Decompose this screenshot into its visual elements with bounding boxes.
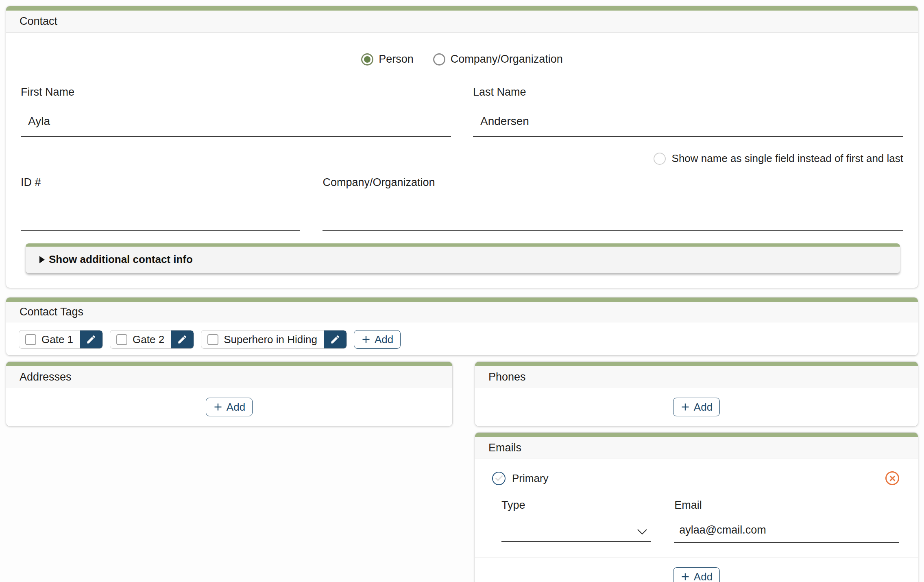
expand-right-triangle-icon (39, 256, 45, 263)
additional-info-toggle[interactable]: Show additional contact info (26, 247, 900, 273)
emails-title: Emails (488, 442, 521, 454)
pencil-icon (330, 334, 340, 345)
email-type-label: Type (501, 499, 651, 512)
plus-icon (680, 402, 690, 412)
lower-columns: Addresses Add Phones Add (6, 361, 918, 582)
last-name-input[interactable]: Andersen (473, 108, 903, 137)
add-address-button[interactable]: Add (206, 398, 253, 416)
pencil-icon (177, 334, 187, 345)
add-phone-label: Add (694, 401, 713, 414)
single-name-toggle-row: Show name as single field instead of fir… (21, 152, 903, 165)
id-number-label: ID # (21, 176, 300, 189)
email-primary-row: Primary (492, 471, 899, 485)
plus-icon (361, 335, 371, 344)
radio-person-label: Person (379, 53, 414, 66)
tag-gate-2: Gate 2 (110, 330, 194, 349)
contact-tags-card: Contact Tags Gate 1 Gate 2 Superhero in … (6, 297, 918, 356)
contact-card-title: Contact (20, 15, 57, 28)
tag-gate-2-label: Gate 2 (133, 333, 171, 346)
contact-tags-title: Contact Tags (20, 306, 83, 318)
id-number-input[interactable] (21, 199, 300, 231)
add-email-button[interactable]: Add (673, 567, 720, 582)
additional-info-section: Show additional contact info (26, 243, 900, 273)
radio-company-label: Company/Organization (451, 53, 563, 66)
card-accent-bar (475, 433, 918, 437)
email-address-label: Email (674, 499, 899, 512)
circled-x-icon (889, 475, 896, 481)
email-primary-label: Primary (512, 472, 549, 485)
addresses-title: Addresses (20, 371, 72, 383)
contact-card: Contact Person Company/Organization Firs… (6, 6, 918, 288)
company-input[interactable] (323, 199, 903, 231)
company-group: Company/Organization (323, 176, 903, 231)
addresses-body: Add (6, 388, 452, 426)
phones-body: Add (475, 388, 918, 426)
emails-add-row: Add (475, 558, 918, 582)
tag-superhero-checkbox[interactable] (207, 334, 218, 345)
phones-card: Phones Add (475, 361, 918, 427)
right-column: Phones Add Emails (475, 361, 918, 582)
radio-person-icon[interactable] (361, 53, 373, 66)
contact-card-body: Person Company/Organization First Name A… (6, 33, 918, 288)
company-label: Company/Organization (323, 176, 903, 189)
email-type-group: Type (501, 499, 651, 543)
subcard-accent-bar (26, 243, 900, 247)
plus-icon (680, 572, 690, 582)
plus-icon (213, 402, 223, 412)
phones-header: Phones (475, 366, 918, 388)
card-accent-bar (6, 362, 452, 366)
tag-gate-2-checkbox[interactable] (116, 334, 127, 345)
tag-gate-2-edit-button[interactable] (171, 330, 194, 348)
email-address-group: Email aylaa@cmail.com (674, 499, 899, 543)
tags-row: Gate 1 Gate 2 Superhero in Hiding (6, 322, 918, 355)
add-tag-label: Add (375, 333, 393, 346)
add-phone-button[interactable]: Add (673, 398, 720, 416)
phones-title: Phones (488, 371, 526, 383)
add-address-label: Add (227, 401, 245, 414)
email-fields-row: Type Email aylaa@cmail.com (492, 499, 899, 543)
first-name-label: First Name (21, 86, 451, 98)
single-name-toggle[interactable] (654, 153, 666, 165)
contact-card-header: Contact (6, 11, 918, 33)
addresses-card: Addresses Add (6, 361, 453, 427)
tag-gate-1: Gate 1 (19, 330, 103, 349)
chevron-down-icon (637, 529, 647, 535)
radio-company-icon[interactable] (433, 53, 445, 66)
email-type-select[interactable] (501, 519, 651, 542)
email-primary-toggle[interactable] (492, 472, 506, 485)
contact-tags-header: Contact Tags (6, 302, 918, 322)
emails-header: Emails (475, 437, 918, 459)
email-entry: Primary Type (475, 459, 918, 558)
tag-superhero-label: Superhero in Hiding (224, 333, 324, 346)
name-fields-row: First Name Ayla Last Name Andersen (21, 86, 903, 137)
tag-gate-1-edit-button[interactable] (80, 330, 102, 348)
addresses-header: Addresses (6, 366, 452, 388)
additional-info-label: Show additional contact info (49, 253, 193, 266)
first-name-group: First Name Ayla (21, 86, 451, 137)
single-name-toggle-label: Show name as single field instead of fir… (672, 152, 903, 165)
pencil-icon (86, 334, 96, 345)
last-name-label: Last Name (473, 86, 903, 98)
radio-person[interactable]: Person (361, 53, 414, 66)
add-tag-button[interactable]: Add (354, 330, 401, 349)
tag-superhero-in-hiding: Superhero in Hiding (201, 330, 347, 349)
check-icon (495, 475, 503, 481)
id-number-group: ID # (21, 176, 300, 231)
delete-email-button[interactable] (885, 471, 899, 485)
radio-company[interactable]: Company/Organization (433, 53, 563, 66)
id-company-row: ID # Company/Organization (21, 176, 903, 231)
last-name-group: Last Name Andersen (473, 86, 903, 137)
tag-gate-1-label: Gate 1 (41, 333, 80, 346)
add-email-label: Add (694, 571, 713, 582)
contact-type-radio-group: Person Company/Organization (21, 53, 903, 66)
first-name-input[interactable]: Ayla (21, 108, 451, 137)
card-accent-bar (475, 362, 918, 366)
tag-superhero-edit-button[interactable] (324, 330, 346, 348)
tag-gate-1-checkbox[interactable] (25, 334, 36, 345)
card-accent-bar (6, 298, 918, 302)
contact-form-page: Contact Person Company/Organization Firs… (0, 0, 924, 582)
emails-card: Emails Primary Type (475, 432, 918, 582)
card-accent-bar (6, 6, 918, 11)
email-address-input[interactable]: aylaa@cmail.com (674, 519, 899, 543)
